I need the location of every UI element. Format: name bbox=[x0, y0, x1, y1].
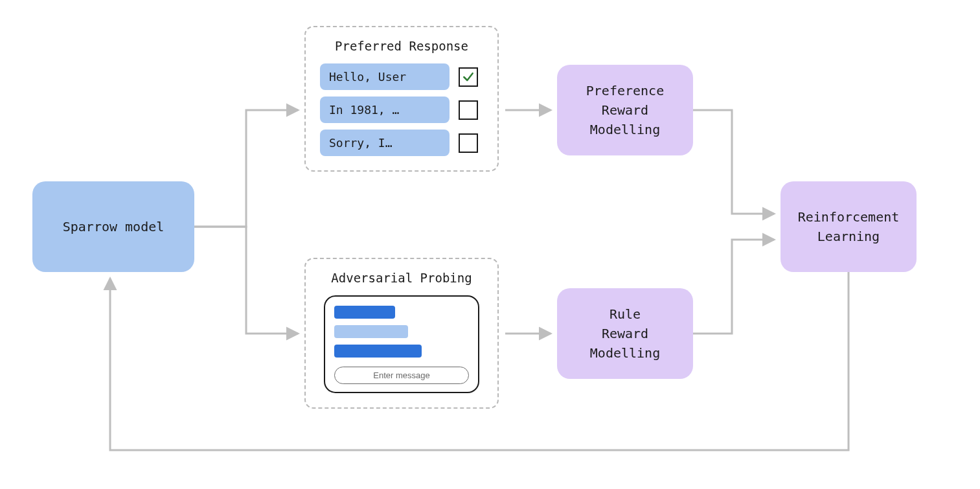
response-row: Sorry, I… bbox=[320, 130, 483, 156]
chat-message-bar-icon bbox=[334, 306, 395, 319]
chat-mockup: Enter message bbox=[324, 295, 479, 393]
adversarial-probing-title: Adversarial Probing bbox=[320, 271, 483, 285]
chat-input-placeholder: Enter message bbox=[334, 367, 469, 384]
checkbox-checked-icon bbox=[459, 67, 478, 87]
preference-rm-label: Preference Reward Modelling bbox=[586, 81, 664, 139]
preference-reward-modelling-node: Preference Reward Modelling bbox=[557, 65, 693, 155]
response-chip: Hello, User bbox=[320, 63, 450, 90]
response-row: Hello, User bbox=[320, 63, 483, 90]
response-chip: In 1981, … bbox=[320, 97, 450, 123]
sparrow-model-label: Sparrow model bbox=[63, 217, 165, 236]
adversarial-probing-panel: Adversarial Probing Enter message bbox=[304, 258, 499, 409]
rule-reward-modelling-node: Rule Reward Modelling bbox=[557, 288, 693, 379]
rule-rm-label: Rule Reward Modelling bbox=[590, 304, 660, 363]
checkbox-empty-icon bbox=[459, 100, 478, 120]
response-row: In 1981, … bbox=[320, 97, 483, 123]
preferred-response-panel: Preferred Response Hello, User In 1981, … bbox=[304, 26, 499, 172]
preferred-response-title: Preferred Response bbox=[320, 39, 483, 53]
response-chip: Sorry, I… bbox=[320, 130, 450, 156]
rl-label: Reinforcement Learning bbox=[798, 207, 900, 246]
sparrow-model-node: Sparrow model bbox=[32, 181, 194, 272]
reinforcement-learning-node: Reinforcement Learning bbox=[781, 181, 917, 272]
checkbox-empty-icon bbox=[459, 133, 478, 153]
chat-message-bar-icon bbox=[334, 345, 422, 358]
chat-message-bar-icon bbox=[334, 325, 408, 338]
